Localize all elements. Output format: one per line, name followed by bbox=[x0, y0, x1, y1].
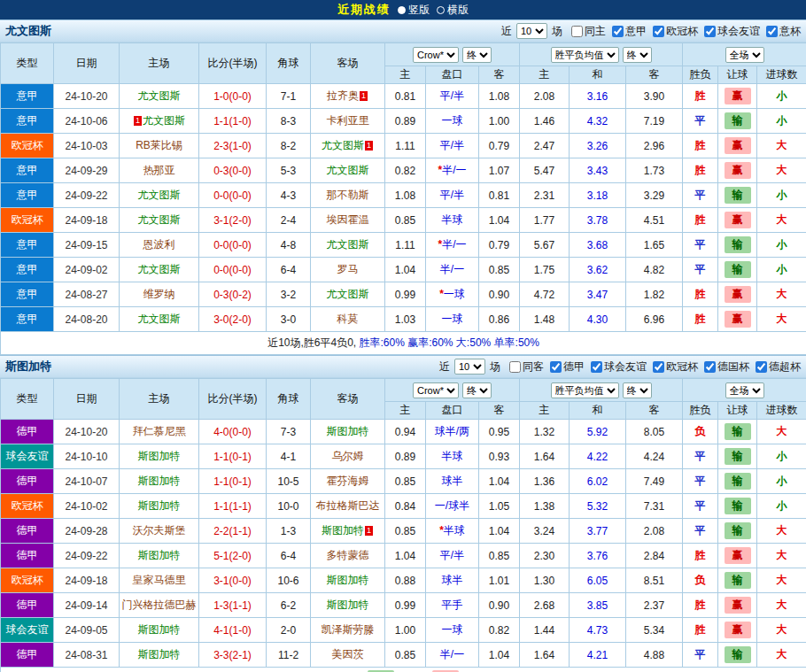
result-cell: 胜 bbox=[683, 544, 718, 568]
europe-odds-select[interactable]: 胜平负均值 bbox=[551, 382, 619, 398]
handicap-result-badge: 输 bbox=[725, 498, 751, 514]
goals-cell: 大 bbox=[757, 544, 806, 568]
team-name: 尤文图斯 bbox=[138, 89, 181, 102]
table-row: 欧冠杯24-09-18尤文图斯3-1(2-0)2-4埃因霍温0.85半球1.04… bbox=[1, 208, 806, 233]
team-name: 斯图加特 bbox=[138, 475, 181, 487]
topbar: 近期战绩 竖版横版 bbox=[0, 0, 806, 19]
checkbox-input[interactable] bbox=[509, 361, 521, 373]
handicap-result-cell: 输 bbox=[718, 568, 757, 593]
europe-group-header: 胜平负均值终 bbox=[520, 43, 683, 66]
corner-cell: 1-3 bbox=[267, 519, 311, 544]
handicap-result-badge: 输 bbox=[725, 236, 751, 253]
checkbox-input[interactable] bbox=[766, 26, 778, 37]
odds-company-select[interactable]: Crow* bbox=[413, 382, 459, 398]
europe-draw-cell: 6.02 bbox=[570, 469, 626, 494]
filter-checkbox-label: 意甲 bbox=[625, 24, 647, 39]
score-cell: 0-3(0-0) bbox=[199, 158, 267, 183]
team-name: 尤文图斯 bbox=[138, 213, 181, 226]
odds-final-select[interactable]: 终 bbox=[462, 382, 492, 398]
page-title: 近期战绩 bbox=[337, 2, 391, 18]
score-cell: 0-3(0-2) bbox=[199, 282, 267, 307]
europe-home-cell: 2.68 bbox=[520, 593, 570, 618]
checkbox-input[interactable] bbox=[550, 361, 562, 373]
europe-away-cell: 2.08 bbox=[626, 519, 683, 544]
home-team-cell: 斯图加特 bbox=[120, 544, 199, 568]
radio-icon[interactable] bbox=[398, 6, 406, 14]
filter-checkbox[interactable]: 德国杯 bbox=[704, 359, 749, 375]
goals-cell: 大 bbox=[757, 134, 806, 158]
europe-draw-cell: 5.92 bbox=[570, 420, 626, 444]
scope-select[interactable]: 全场 bbox=[725, 382, 764, 398]
odds-away-cell: 0.85 bbox=[479, 258, 520, 282]
checkbox-input[interactable] bbox=[571, 26, 583, 37]
filter-checkbox[interactable]: 意杯 bbox=[766, 24, 801, 39]
checkbox-input[interactable] bbox=[704, 26, 716, 37]
goals-cell: 大 bbox=[757, 282, 806, 307]
summary-text: 近10场,胜6平4负0, bbox=[267, 336, 359, 349]
filter-checkbox[interactable]: 球会友谊 bbox=[704, 24, 760, 39]
scope-select[interactable]: 全场 bbox=[725, 47, 764, 63]
filter-checkbox[interactable]: 同主 bbox=[571, 24, 606, 39]
radio-icon[interactable] bbox=[437, 6, 445, 14]
score-cell: 4-1(1-0) bbox=[199, 618, 267, 643]
checkbox-input[interactable] bbox=[704, 361, 716, 373]
team-name: 尤文图斯 bbox=[322, 139, 364, 151]
filter-checkbox[interactable]: 欧冠杯 bbox=[653, 359, 698, 375]
europe-final-select[interactable]: 终 bbox=[623, 47, 652, 63]
filter-checkbox[interactable]: 意甲 bbox=[612, 24, 647, 39]
filter-checkbox[interactable]: 同客 bbox=[509, 359, 544, 375]
checkbox-input[interactable] bbox=[653, 361, 664, 373]
match-count-select[interactable]: 10 bbox=[454, 359, 485, 375]
match-count-select[interactable]: 10 bbox=[516, 23, 547, 39]
europe-home-cell: 1.77 bbox=[520, 208, 570, 233]
europe-home-cell: 1.32 bbox=[520, 420, 570, 444]
checkbox-input[interactable] bbox=[653, 26, 664, 37]
odds-home-cell: 1.04 bbox=[385, 544, 426, 568]
score-cell: 3-1(2-0) bbox=[199, 208, 267, 233]
odds-company-select[interactable]: Crow* bbox=[413, 47, 459, 63]
handicap-result-cell: 输 bbox=[718, 494, 757, 519]
away-team-cell: 霍芬海姆 bbox=[311, 469, 385, 494]
handicap-result-cell: 输 bbox=[718, 444, 757, 469]
goals-cell: 大 bbox=[757, 618, 806, 643]
filter-checkbox[interactable]: 德甲 bbox=[550, 359, 585, 375]
filter-checkbox-label: 德国杯 bbox=[717, 359, 749, 375]
europe-draw-cell: 6.05 bbox=[570, 568, 626, 593]
away-team-cell: 斯图加特 bbox=[311, 420, 385, 444]
section-header: 尤文图斯近10场同主意甲欧冠杯球会友谊意杯 bbox=[0, 19, 806, 42]
checkbox-input[interactable] bbox=[756, 361, 767, 373]
filter-checkbox[interactable]: 欧冠杯 bbox=[653, 24, 698, 39]
checkbox-input[interactable] bbox=[612, 26, 624, 37]
away-team-cell: 埃因霍温 bbox=[311, 208, 385, 233]
filter-checkbox[interactable]: 球会友谊 bbox=[591, 359, 647, 375]
checkbox-input[interactable] bbox=[591, 361, 602, 373]
europe-away-cell: 4.24 bbox=[626, 444, 683, 469]
table-row: 意甲24-10-061尤文图斯1-1(1-0)8-3卡利亚里0.89一球1.00… bbox=[1, 109, 806, 134]
europe-home-cell: 4.72 bbox=[520, 282, 570, 307]
odds-away-cell: 1.04 bbox=[479, 519, 520, 544]
date-cell: 24-10-20 bbox=[54, 420, 120, 444]
league-cell: 意甲 bbox=[1, 84, 54, 109]
odds-home-cell: 1.03 bbox=[385, 307, 426, 332]
odds-final-select[interactable]: 终 bbox=[462, 47, 492, 63]
filter-checkbox-label: 同客 bbox=[523, 359, 544, 375]
team-section-0: 尤文图斯近10场同主意甲欧冠杯球会友谊意杯类型日期主场比分(半场)角球客场Cro… bbox=[0, 19, 806, 355]
filter-checkbox[interactable]: 德超杯 bbox=[756, 359, 801, 375]
layout-option-0[interactable]: 竖版 bbox=[391, 3, 430, 18]
odds-away-cell: 0.93 bbox=[479, 444, 520, 469]
result-cell: 平 bbox=[683, 643, 718, 668]
handicap-result-badge: 输 bbox=[725, 473, 751, 490]
europe-odds-select[interactable]: 胜平负均值 bbox=[551, 47, 619, 63]
europe-home-cell: 1.64 bbox=[520, 444, 570, 469]
result-cell: 平 bbox=[683, 519, 718, 544]
subcol-header: 和 bbox=[570, 66, 626, 84]
europe-final-select[interactable]: 终 bbox=[623, 382, 652, 398]
table-row: 意甲24-10-20尤文图斯1-0(0-0)7-1拉齐奥10.81平/半1.08… bbox=[1, 84, 806, 109]
handicap-result-badge: 赢 bbox=[725, 212, 751, 228]
layout-option-1[interactable]: 横版 bbox=[430, 3, 469, 18]
handicap-text: 半/一 bbox=[442, 238, 466, 251]
corner-cell: 10-6 bbox=[267, 568, 311, 593]
handicap-result-badge: 输 bbox=[725, 572, 751, 589]
app-root: 近期战绩 竖版横版 尤文图斯近10场同主意甲欧冠杯球会友谊意杯类型日期主场比分(… bbox=[0, 0, 806, 672]
league-cell: 欧冠杯 bbox=[1, 134, 54, 158]
